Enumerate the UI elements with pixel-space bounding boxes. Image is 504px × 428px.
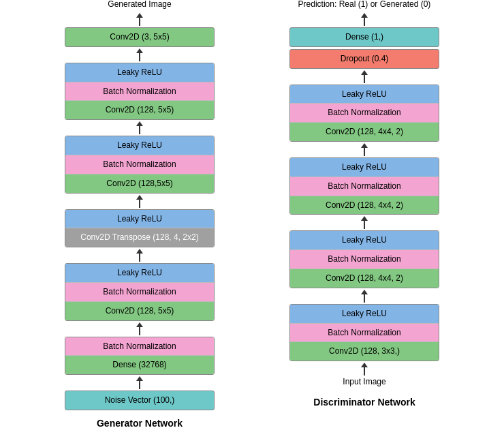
discriminator-top-label: Prediction: Real (1) or Generated (0) (298, 0, 431, 9)
gen-leaky4: Leaky ReLU (65, 264, 214, 283)
disc-group1: Leaky ReLU Batch Normalization Conv2D (1… (289, 85, 439, 142)
arrow-d3 (361, 216, 368, 229)
gen-group5: Batch Normalization Dense (32768) (65, 337, 215, 376)
arrow-line (139, 18, 140, 26)
disc-dropout: Dropout (0.4) (289, 49, 439, 69)
disc-group2: Leaky ReLU Batch Normalization Conv2D (1… (289, 157, 439, 215)
arrowhead (136, 48, 143, 53)
arrow3 (136, 195, 143, 208)
arrowhead (136, 376, 143, 381)
gen-conv2dtranspose: Conv2D Transpose (128, 4, 2x2) (65, 228, 214, 247)
arrow-line (364, 367, 365, 376)
generator-top-label: Generated Image (108, 0, 171, 9)
arrowhead (136, 13, 143, 18)
arrowhead (136, 195, 143, 200)
arrow-line (364, 148, 365, 156)
arrow-d2 (361, 143, 368, 156)
arrowhead (136, 121, 143, 126)
disc-group3: Leaky ReLU Batch Normalization Conv2D (1… (289, 230, 439, 288)
discriminator-title: Discriminator Network (313, 397, 415, 408)
generator-network: Generated Image Conv2D (3, 5x5) Leaky Re… (34, 0, 245, 428)
gen-group4: Leaky ReLU Batch Normalization Conv2D (1… (65, 263, 215, 320)
gen-conv2d-128-2: Conv2D (128,5x5) (65, 174, 214, 193)
arrowhead (361, 143, 368, 148)
arrow5 (136, 322, 143, 335)
gen-group2: Leaky ReLU Batch Normalization Conv2D (1… (65, 136, 215, 193)
disc-bn1: Batch Normalization (290, 104, 439, 123)
arrow-line (139, 327, 140, 335)
disc-bn2: Batch Normalization (290, 177, 439, 196)
disc-bn3: Batch Normalization (290, 250, 439, 269)
gen-group3: Leaky ReLU Conv2D Transpose (128, 4, 2x2… (65, 209, 215, 248)
arrow-line (364, 221, 365, 229)
arrow2 (136, 121, 143, 134)
gen-leaky2: Leaky ReLU (65, 136, 214, 155)
disc-leaky3: Leaky ReLU (290, 231, 439, 250)
arrow-line (139, 381, 140, 389)
arrowhead (361, 70, 368, 75)
gen-noise: Noise Vector (100,) (65, 391, 215, 410)
gen-group1: Leaky ReLU Batch Normalization Conv2D (1… (65, 63, 215, 120)
disc-conv4: Conv2D (128, 3x3,) (290, 342, 439, 361)
arrow4 (136, 249, 143, 262)
disc-conv3: Conv2D (128, 4x4, 2) (290, 269, 439, 288)
gen-conv2d-128-1: Conv2D (128, 5x5) (65, 101, 214, 119)
disc-dense: Dense (1,) (289, 27, 439, 47)
arrow-line (139, 53, 140, 61)
arrow-d4 (361, 290, 368, 303)
disc-conv1: Conv2D (128, 4x4, 2) (290, 123, 439, 141)
arrowhead (361, 290, 368, 294)
disc-bn4: Batch Normalization (290, 324, 439, 343)
disc-leaky1: Leaky ReLU (290, 85, 439, 104)
arrowhead (136, 322, 143, 327)
arrow-d1 (361, 70, 368, 83)
arrow-line (139, 200, 140, 208)
arrowhead (361, 13, 368, 18)
arrow-line (364, 18, 365, 26)
arrow1 (136, 48, 143, 61)
arrowhead (136, 249, 143, 254)
arrow-line (364, 75, 365, 83)
generator-title: Generator Network (97, 418, 183, 428)
arrow-gen-top (136, 13, 143, 26)
arrow-d5 (361, 363, 368, 376)
arrow-line (139, 126, 140, 134)
gen-bn1: Batch Normalization (65, 82, 214, 102)
arrowhead (361, 363, 368, 367)
gen-leaky3: Leaky ReLU (65, 210, 214, 229)
arrow-disc-top (361, 13, 368, 26)
arrow-line (139, 254, 140, 262)
gen-conv2d-128-3: Conv2D (128, 5x5) (65, 302, 214, 320)
gen-bn4: Batch Normalization (65, 337, 214, 356)
arrow-line (364, 294, 365, 303)
gen-bn3: Batch Normalization (65, 283, 214, 302)
disc-leaky2: Leaky ReLU (290, 158, 439, 177)
disc-input-label: Input Image (343, 377, 385, 386)
gen-bn2: Batch Normalization (65, 155, 214, 174)
arrowhead (361, 216, 368, 221)
gen-conv2d-top: Conv2D (3, 5x5) (65, 27, 215, 47)
gen-dense: Dense (32768) (65, 356, 214, 374)
disc-leaky4: Leaky ReLU (290, 305, 439, 324)
discriminator-network: Prediction: Real (1) or Generated (0) De… (259, 0, 470, 408)
disc-group4: Leaky ReLU Batch Normalization Conv2D (1… (289, 304, 439, 361)
gen-leaky1: Leaky ReLU (65, 63, 214, 82)
arrow6 (136, 376, 143, 389)
disc-conv2: Conv2D (128, 4x4, 2) (290, 196, 439, 215)
diagram-container: Generated Image Conv2D (3, 5x5) Leaky Re… (0, 0, 504, 428)
